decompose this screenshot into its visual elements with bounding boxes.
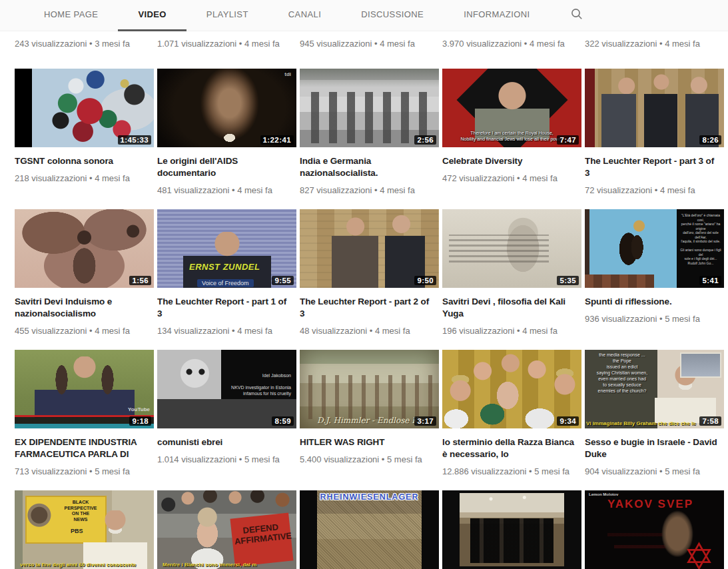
video-card[interactable]: 1:56Savitri Devi Induismo e nazionalsoci… [15,209,154,336]
duration-badge: 3:17 [414,416,436,426]
duration-badge: 9:18 [129,416,151,426]
video-title[interactable]: Celebrate Diversity [442,155,581,167]
video-thumbnail[interactable]: ERNST ZUNDELVoice of Freedom9:55 [157,209,296,288]
video-card[interactable]: 2:56India e Germania nazionalsocialista.… [300,69,439,196]
tab-informazioni[interactable]: INFORMAZIONI [444,0,549,31]
video-title[interactable]: TGSNT colonna sonora [15,155,154,167]
thumbnail-overlay-text: RHEINWIESENLAGER [300,492,439,502]
video-card[interactable]: 1:45:33TGSNT colonna sonora218 visualizz… [15,69,154,184]
video-thumbnail[interactable]: "L'Età dell'oro" è chiamata così, perché… [585,209,724,288]
video-meta: 5.400 visualizzazioni • 5 mesi fa [300,454,439,465]
video-thumbnail[interactable]: BLACK PERSPECTIVE ON THE NEWSPBSverso la… [15,490,154,569]
video-title[interactable]: The Leuchter Report - part 2 of 3 [300,296,439,320]
video-title[interactable]: Sesso e bugie in Israele - David Duke [585,436,724,460]
video-card[interactable]: Idel Jakobson NKVD investigator in Eston… [157,350,296,465]
duration-badge: 2:56 [414,135,436,145]
video-title[interactable]: Spunti di riflessione. [585,296,724,308]
video-title[interactable]: EX DIPENDENTE INDUSTRIA FARMACEUTICA PAR… [15,436,154,460]
video-thumbnail[interactable]: DEFEND AFFIRMATIVEMentre i Bianchi sono … [157,490,296,569]
video-title[interactable]: The Leuchter Report - part 3 of 3 [585,155,724,179]
video-thumbnail[interactable]: 2:56 [300,69,439,147]
video-meta: 48 visualizzazioni • 4 mesi fa [300,325,439,336]
video-card[interactable]: ERNST ZUNDELVoice of Freedom9:55The Leuc… [157,209,296,336]
partial-video-card[interactable]: 3.970 visualizzazioni • 4 mesi fa [442,33,581,69]
video-card[interactable]: RHEINWIESENLAGER [300,490,439,569]
tab-discussione[interactable]: DISCUSSIONE [341,0,444,31]
video-meta: 72 visualizzazioni • 4 mesi fa [585,185,724,196]
video-meta: 134 visualizzazioni • 4 mesi fa [157,325,296,336]
thumbnail-overlay-text: YouTube [128,406,150,412]
tab-canali[interactable]: CANALI [268,0,341,31]
thumbnail-overlay-text: verso la fine degli anni 60 divenni cono… [20,562,136,568]
video-card[interactable]: Therefore I am certain the Royal House, … [442,69,581,184]
video-title[interactable]: The Leuchter Report - part 1 of 3 [157,296,296,320]
thumbnail-overlay-text: "L'Età dell'oro" è chiamata così, perché… [679,213,723,265]
video-card[interactable]: 9:34lo sterminio della Razza Bianca è ne… [442,350,581,477]
thumbnail-overlay-text: BLACK PERSPECTIVE ON THE NEWS [59,500,103,522]
video-card[interactable]: YouTube9:18EX DIPENDENTE INDUSTRIA FARMA… [15,350,154,477]
video-thumbnail[interactable]: Therefore I am certain the Royal House, … [442,69,581,147]
duration-badge: 8:59 [272,416,294,426]
video-title[interactable]: Le origini dell'AIDS documentario [157,155,296,179]
video-thumbnail[interactable]: Idel Jakobson NKVD investigator in Eston… [157,350,296,428]
partial-video-card[interactable]: 322 visualizzazioni • 4 mesi fa [585,33,724,69]
video-thumbnail[interactable]: YouTube9:18 [15,350,154,428]
video-title[interactable]: comunisti ebrei [157,436,296,448]
video-card[interactable]: tdi1:22:41Le origini dell'AIDS documenta… [157,69,296,196]
video-card[interactable]: the media response ... the Pope issued a… [585,350,724,477]
duration-badge: 7:47 [557,135,579,145]
tab-video[interactable]: VIDEO [118,0,186,31]
video-card[interactable]: 9:50The Leuchter Report - part 2 of 348 … [300,209,439,336]
video-thumbnail[interactable]: RHEINWIESENLAGER [300,490,439,569]
video-meta: 945 visualizzazioni • 4 mesi fa [300,38,439,49]
video-thumbnail[interactable]: 5:35 [442,209,581,288]
video-title[interactable]: Savitri Devi , filosofia del Kali Yuga [442,296,581,320]
channel-search-button[interactable] [561,0,593,31]
thumbnail-overlay-text: the media response ... the Pope issued a… [587,352,657,394]
thumbnail-overlay-text: Voice of Freedom [197,279,254,287]
video-thumbnail[interactable] [442,490,581,569]
video-thumbnail[interactable]: 9:50 [300,209,439,288]
thumbnail-overlay-text: D.J. Himmler - Endlose Ko [317,416,422,425]
video-title[interactable]: India e Germania nazionalsocialista. [300,155,439,179]
video-thumbnail[interactable]: 8:26 [585,69,724,147]
video-meta: 472 visualizzazioni • 4 mesi fa [442,173,581,184]
video-card[interactable]: BLACK PERSPECTIVE ON THE NEWSPBSverso la… [15,490,154,569]
video-thumbnail[interactable]: 1:45:33 [15,69,154,147]
tab-playlist[interactable]: PLAYLIST [186,0,268,31]
video-grid-row: 1:56Savitri Devi Induismo e nazionalsoci… [15,209,728,336]
video-card[interactable]: DEFEND AFFIRMATIVEMentre i Bianchi sono … [157,490,296,569]
video-title[interactable]: lo sterminio della Razza Bianca è necess… [442,436,581,460]
tab-home-page[interactable]: HOME PAGE [24,0,118,31]
video-card[interactable]: D.J. Himmler - Endlose Ko3:17HITLER WAS … [300,350,439,465]
video-card[interactable]: Lemon MolotovYAKOV SVEP [585,490,724,569]
video-thumbnail[interactable]: tdi1:22:41 [157,69,296,147]
video-meta: 827 visualizzazioni • 4 mesi fa [300,185,439,196]
video-meta: 936 visualizzazioni • 5 mesi fa [585,313,724,324]
video-title[interactable]: Savitri Devi Induismo e nazionalsocialis… [15,296,154,320]
video-card[interactable]: 5:35Savitri Devi , filosofia del Kali Yu… [442,209,581,336]
video-card[interactable]: 8:26The Leuchter Report - part 3 of 372 … [585,69,724,196]
search-icon [570,7,583,23]
video-meta: 1.071 visualizzazioni • 4 mesi fa [157,38,296,49]
thumbnail-overlay-text: Idel Jakobson NKVD investigator in Eston… [224,372,291,396]
video-card[interactable] [442,490,581,569]
video-thumbnail[interactable]: 9:34 [442,350,581,428]
partial-video-card[interactable]: 1.071 visualizzazioni • 4 mesi fa [157,33,296,69]
thumbnail-overlay-text: tdi [284,71,291,77]
partial-video-card[interactable]: 243 visualizzazioni • 3 mesi fa [15,33,154,69]
video-title[interactable]: HITLER WAS RIGHT [300,436,439,448]
duration-badge: 7:58 [699,416,721,426]
video-grid-row: YouTube9:18EX DIPENDENTE INDUSTRIA FARMA… [15,350,728,477]
video-thumbnail[interactable]: D.J. Himmler - Endlose Ko3:17 [300,350,439,428]
video-meta: 243 visualizzazioni • 3 mesi fa [15,38,154,49]
video-meta: 322 visualizzazioni • 4 mesi fa [585,38,724,49]
thumbnail-overlay-text: PBS [71,528,83,534]
video-thumbnail[interactable]: 1:56 [15,209,154,288]
video-card[interactable]: "L'Età dell'oro" è chiamata così, perché… [585,209,724,324]
duration-badge: 1:45:33 [118,135,151,145]
duration-badge: 5:35 [557,276,579,285]
video-thumbnail[interactable]: the media response ... the Pope issued a… [585,350,724,428]
video-thumbnail[interactable]: Lemon MolotovYAKOV SVEP [585,490,724,569]
partial-video-card[interactable]: 945 visualizzazioni • 4 mesi fa [300,33,439,69]
